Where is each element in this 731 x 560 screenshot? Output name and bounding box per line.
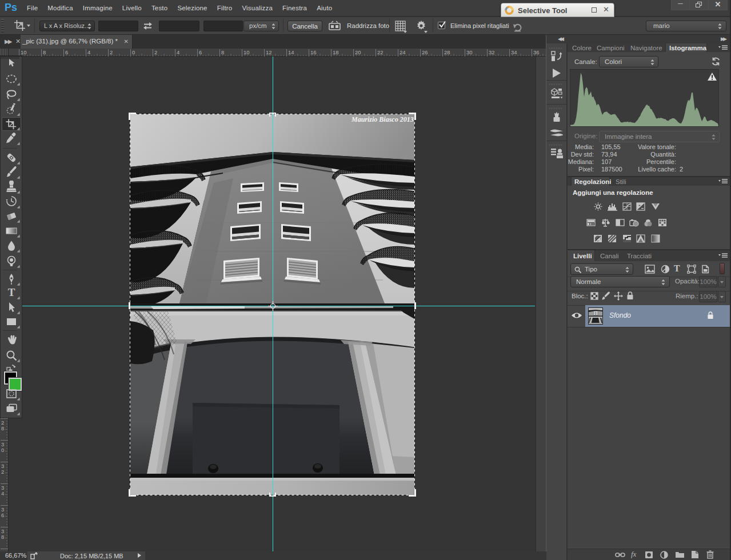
svg-text:28: 28	[444, 49, 450, 55]
svg-text:30: 30	[466, 49, 473, 55]
svg-text:0: 0	[1, 447, 4, 453]
svg-text:8: 8	[43, 49, 46, 55]
svg-text:32: 32	[489, 49, 495, 55]
svg-text:14: 14	[288, 49, 294, 55]
svg-text:26: 26	[422, 49, 428, 55]
svg-text:10: 10	[243, 49, 250, 55]
svg-text:+: +	[638, 203, 641, 207]
svg-text:24: 24	[400, 49, 406, 55]
svg-text:4: 4	[1, 490, 4, 497]
svg-text:6: 6	[1, 512, 4, 518]
svg-text:0: 0	[132, 49, 135, 55]
svg-text:36: 36	[533, 49, 540, 55]
svg-text:10: 10	[21, 49, 27, 55]
svg-text:20: 20	[355, 49, 361, 55]
svg-text:T: T	[8, 286, 15, 298]
svg-text:18: 18	[333, 49, 339, 55]
svg-text:2: 2	[154, 49, 157, 55]
svg-text:8: 8	[221, 49, 224, 55]
svg-text:22: 22	[377, 49, 384, 55]
svg-text:4: 4	[87, 49, 90, 55]
svg-text:16: 16	[310, 49, 317, 55]
svg-text:6: 6	[199, 49, 202, 55]
svg-text:4: 4	[177, 49, 179, 55]
svg-text:Maurizio Biasco 2013: Maurizio Biasco 2013	[351, 115, 414, 123]
svg-text:2: 2	[110, 49, 113, 55]
svg-text:8: 8	[1, 534, 4, 540]
svg-text:12: 12	[266, 49, 272, 55]
svg-text:2: 2	[1, 469, 4, 475]
svg-text:8: 8	[1, 425, 4, 431]
svg-text:6: 6	[65, 49, 68, 55]
svg-text:34: 34	[511, 49, 517, 55]
